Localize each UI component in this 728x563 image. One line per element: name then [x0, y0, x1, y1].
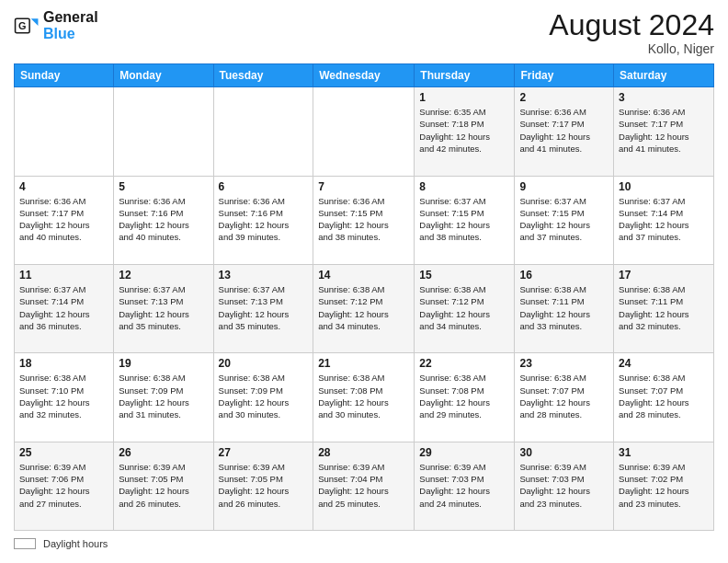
calendar-cell [15, 87, 114, 176]
day-number: 19 [119, 357, 208, 370]
day-detail: Sunrise: 6:36 AM Sunset: 7:15 PM Dayligh… [318, 195, 409, 244]
day-detail: Sunrise: 6:37 AM Sunset: 7:14 PM Dayligh… [19, 283, 108, 332]
calendar-cell [313, 87, 415, 176]
calendar-week-row: 25Sunrise: 6:39 AM Sunset: 7:06 PM Dayli… [15, 442, 714, 530]
calendar-cell: 11Sunrise: 6:37 AM Sunset: 7:14 PM Dayli… [15, 264, 114, 352]
calendar-cell: 14Sunrise: 6:38 AM Sunset: 7:12 PM Dayli… [313, 264, 415, 352]
day-number: 21 [318, 357, 409, 370]
header: G General Blue August 2024 Kollo, Niger [14, 9, 714, 56]
day-number: 17 [619, 269, 709, 282]
day-detail: Sunrise: 6:37 AM Sunset: 7:15 PM Dayligh… [419, 195, 509, 244]
day-number: 4 [19, 180, 108, 193]
day-detail: Sunrise: 6:39 AM Sunset: 7:06 PM Dayligh… [19, 461, 108, 510]
day-number: 20 [219, 357, 309, 370]
location: Kollo, Niger [549, 41, 714, 56]
calendar-cell: 7Sunrise: 6:36 AM Sunset: 7:15 PM Daylig… [313, 176, 415, 264]
day-detail: Sunrise: 6:37 AM Sunset: 7:13 PM Dayligh… [119, 283, 208, 332]
day-number: 11 [19, 269, 108, 282]
day-number: 8 [419, 180, 509, 193]
day-detail: Sunrise: 6:38 AM Sunset: 7:07 PM Dayligh… [619, 372, 709, 420]
calendar-cell: 18Sunrise: 6:38 AM Sunset: 7:10 PM Dayli… [15, 353, 114, 442]
day-number: 15 [419, 269, 509, 282]
day-number: 1 [419, 91, 509, 104]
calendar-cell: 28Sunrise: 6:39 AM Sunset: 7:04 PM Dayli… [313, 442, 415, 530]
day-number: 24 [619, 357, 709, 370]
svg-text:G: G [18, 19, 26, 30]
day-number: 29 [419, 446, 509, 459]
day-number: 7 [318, 180, 409, 193]
day-detail: Sunrise: 6:36 AM Sunset: 7:17 PM Dayligh… [619, 106, 709, 155]
day-number: 25 [19, 446, 108, 459]
day-number: 18 [19, 357, 108, 370]
day-number: 6 [219, 180, 309, 193]
day-detail: Sunrise: 6:38 AM Sunset: 7:08 PM Dayligh… [419, 372, 509, 420]
calendar-cell: 15Sunrise: 6:38 AM Sunset: 7:12 PM Dayli… [415, 264, 515, 352]
day-detail: Sunrise: 6:36 AM Sunset: 7:16 PM Dayligh… [119, 195, 208, 244]
calendar-cell: 30Sunrise: 6:39 AM Sunset: 7:03 PM Dayli… [515, 442, 614, 530]
calendar-cell: 10Sunrise: 6:37 AM Sunset: 7:14 PM Dayli… [614, 176, 714, 264]
day-number: 12 [119, 269, 208, 282]
calendar-cell: 1Sunrise: 6:35 AM Sunset: 7:18 PM Daylig… [415, 87, 515, 176]
calendar-cell: 22Sunrise: 6:38 AM Sunset: 7:08 PM Dayli… [415, 353, 515, 442]
day-detail: Sunrise: 6:39 AM Sunset: 7:03 PM Dayligh… [419, 461, 509, 510]
day-detail: Sunrise: 6:39 AM Sunset: 7:02 PM Dayligh… [619, 461, 709, 510]
day-number: 31 [619, 446, 709, 459]
calendar-cell: 25Sunrise: 6:39 AM Sunset: 7:06 PM Dayli… [15, 442, 114, 530]
calendar-cell: 31Sunrise: 6:39 AM Sunset: 7:02 PM Dayli… [614, 442, 714, 530]
calendar-cell [213, 87, 313, 176]
day-detail: Sunrise: 6:39 AM Sunset: 7:05 PM Dayligh… [219, 461, 309, 510]
day-detail: Sunrise: 6:38 AM Sunset: 7:09 PM Dayligh… [219, 372, 309, 420]
weekday-header: Saturday [614, 64, 714, 87]
day-detail: Sunrise: 6:37 AM Sunset: 7:14 PM Dayligh… [619, 195, 709, 244]
logo: G General Blue [14, 9, 98, 41]
day-detail: Sunrise: 6:38 AM Sunset: 7:07 PM Dayligh… [519, 372, 609, 420]
day-detail: Sunrise: 6:38 AM Sunset: 7:10 PM Dayligh… [19, 372, 108, 420]
svg-marker-2 [31, 18, 39, 26]
weekday-header: Friday [515, 64, 614, 87]
weekday-header: Monday [114, 64, 213, 87]
legend-box [14, 538, 36, 549]
logo-icon: G [14, 13, 40, 39]
calendar-cell: 12Sunrise: 6:37 AM Sunset: 7:13 PM Dayli… [114, 264, 213, 352]
day-number: 27 [219, 446, 309, 459]
title-block: August 2024 Kollo, Niger [549, 9, 714, 56]
day-detail: Sunrise: 6:36 AM Sunset: 7:16 PM Dayligh… [219, 195, 309, 244]
calendar-cell: 19Sunrise: 6:38 AM Sunset: 7:09 PM Dayli… [114, 353, 213, 442]
calendar-cell: 8Sunrise: 6:37 AM Sunset: 7:15 PM Daylig… [415, 176, 515, 264]
calendar-cell: 24Sunrise: 6:38 AM Sunset: 7:07 PM Dayli… [614, 353, 714, 442]
logo-text: General Blue [43, 9, 98, 41]
day-number: 22 [419, 357, 509, 370]
day-number: 3 [619, 91, 709, 104]
month-year: August 2024 [549, 9, 714, 41]
day-number: 16 [519, 269, 609, 282]
calendar-week-row: 1Sunrise: 6:35 AM Sunset: 7:18 PM Daylig… [15, 87, 714, 176]
day-number: 10 [619, 180, 709, 193]
day-detail: Sunrise: 6:37 AM Sunset: 7:13 PM Dayligh… [219, 283, 309, 332]
calendar-cell: 6Sunrise: 6:36 AM Sunset: 7:16 PM Daylig… [213, 176, 313, 264]
calendar-cell: 26Sunrise: 6:39 AM Sunset: 7:05 PM Dayli… [114, 442, 213, 530]
calendar-cell: 2Sunrise: 6:36 AM Sunset: 7:17 PM Daylig… [515, 87, 614, 176]
day-detail: Sunrise: 6:39 AM Sunset: 7:05 PM Dayligh… [119, 461, 208, 510]
calendar-cell: 21Sunrise: 6:38 AM Sunset: 7:08 PM Dayli… [313, 353, 415, 442]
calendar-cell: 3Sunrise: 6:36 AM Sunset: 7:17 PM Daylig… [614, 87, 714, 176]
day-detail: Sunrise: 6:38 AM Sunset: 7:08 PM Dayligh… [318, 372, 409, 420]
day-detail: Sunrise: 6:38 AM Sunset: 7:11 PM Dayligh… [519, 283, 609, 332]
weekday-header: Wednesday [313, 64, 415, 87]
day-detail: Sunrise: 6:36 AM Sunset: 7:17 PM Dayligh… [19, 195, 108, 244]
day-number: 26 [119, 446, 208, 459]
calendar-cell: 4Sunrise: 6:36 AM Sunset: 7:17 PM Daylig… [15, 176, 114, 264]
day-number: 30 [519, 446, 609, 459]
day-detail: Sunrise: 6:39 AM Sunset: 7:03 PM Dayligh… [519, 461, 609, 510]
day-number: 23 [519, 357, 609, 370]
day-number: 28 [318, 446, 409, 459]
calendar-page: G General Blue August 2024 Kollo, Niger … [0, 0, 728, 563]
day-detail: Sunrise: 6:35 AM Sunset: 7:18 PM Dayligh… [419, 106, 509, 155]
calendar-cell: 29Sunrise: 6:39 AM Sunset: 7:03 PM Dayli… [415, 442, 515, 530]
day-detail: Sunrise: 6:38 AM Sunset: 7:11 PM Dayligh… [619, 283, 709, 332]
calendar-week-row: 4Sunrise: 6:36 AM Sunset: 7:17 PM Daylig… [15, 176, 714, 264]
day-number: 13 [219, 269, 309, 282]
weekday-header: Tuesday [213, 64, 313, 87]
calendar-cell: 16Sunrise: 6:38 AM Sunset: 7:11 PM Dayli… [515, 264, 614, 352]
calendar-cell: 13Sunrise: 6:37 AM Sunset: 7:13 PM Dayli… [213, 264, 313, 352]
day-detail: Sunrise: 6:39 AM Sunset: 7:04 PM Dayligh… [318, 461, 409, 510]
